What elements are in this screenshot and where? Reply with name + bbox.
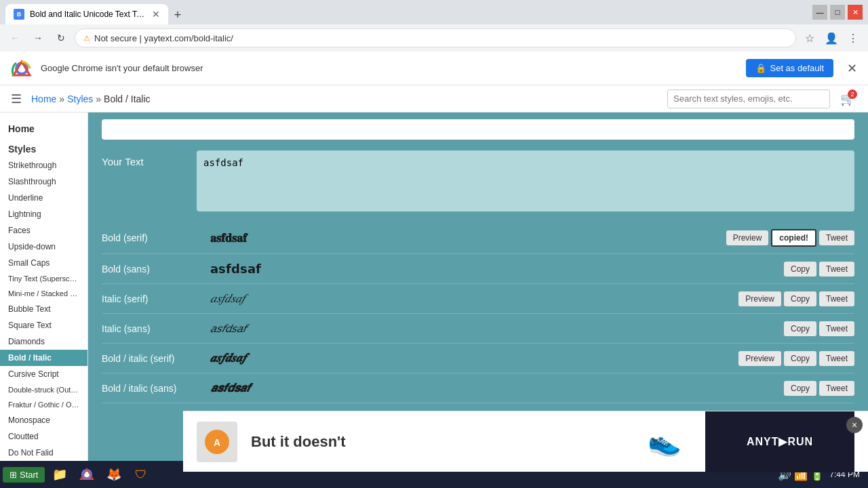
sidebar-item-fraktur[interactable]: Fraktur / Gothic / Old English [0, 397, 87, 412]
new-tab-button[interactable]: + [168, 5, 187, 24]
sidebar-item-slashthrough[interactable]: Slashthrough [0, 174, 87, 190]
copy-button-bold-serif[interactable]: copied! [771, 229, 816, 247]
start-button[interactable]: ⊞ Start [3, 467, 45, 483]
sidebar-item-minime[interactable]: Mini-me / Stacked Text [0, 286, 87, 301]
copy-button-bold-sans[interactable]: Copy [784, 262, 816, 277]
breadcrumb-separator-2: » [96, 94, 101, 104]
text-section: Your Text asfdsaf Bold (serif) 𝐚𝐬𝐟𝐝𝐬𝐚𝐟 P… [88, 140, 868, 414]
set-default-button[interactable]: 🔒 Set as default [746, 59, 834, 77]
sidebar-item-cursive[interactable]: Cursive Script [0, 366, 87, 382]
copy-button-italic-serif[interactable]: Copy [784, 291, 816, 306]
breadcrumb-styles[interactable]: Styles [67, 94, 93, 104]
your-text-row: Your Text asfdsaf [102, 150, 854, 211]
avast-logo-icon: A [203, 428, 231, 455]
sidebar-item-smallcaps[interactable]: Small Caps [0, 255, 87, 271]
svg-text:A: A [214, 437, 220, 448]
refresh-button[interactable]: ↻ [52, 28, 71, 47]
minimize-button[interactable]: — [812, 5, 827, 20]
taskbar-explorer-icon[interactable]: 📁 [47, 462, 72, 487]
your-text-label: Your Text [102, 150, 183, 167]
sidebar-item-bolditalic[interactable]: Bold / Italic [0, 350, 87, 366]
account-icon[interactable]: 👤 [822, 28, 841, 47]
tweet-button-bold-sans[interactable]: Tweet [819, 262, 854, 277]
preview-button-bold-serif[interactable]: Preview [726, 230, 769, 245]
hamburger-menu-icon[interactable]: ☰ [11, 92, 22, 106]
sidebar-section-title: Styles [0, 140, 87, 157]
close-button[interactable]: ✕ [848, 5, 863, 20]
sidebar-item-cloutted[interactable]: Cloutted [0, 428, 87, 445]
active-tab[interactable]: B Bold and Italic Unicode Text Tool - 1.… [5, 4, 168, 24]
sidebar-item-diamonds[interactable]: Diamonds [0, 333, 87, 350]
sidebar-item-underline[interactable]: Underline [0, 190, 87, 206]
style-row-bold-sans: Bold (sans) 𝗮𝘀𝗳𝗱𝘀𝗮𝗳 Copy Tweet [102, 254, 854, 284]
windows-icon: ⊞ [9, 470, 17, 480]
breadcrumb-separator-1: » [59, 94, 64, 104]
style-preview-italic-serif: 𝑎𝑠𝑓𝑑𝑠𝑎𝑓 [210, 291, 738, 306]
sidebar-item-bubbletext[interactable]: Bubble Text [0, 301, 87, 317]
ad-banner: A But it doesn't 👟 ANYT▶RUN × [183, 411, 868, 472]
tweet-button-bold-serif[interactable]: Tweet [819, 230, 854, 245]
style-name-bold-sans: Bold (sans) [102, 264, 210, 274]
sidebar: Home Styles Strikethrough Slashthrough U… [0, 113, 88, 484]
breadcrumb: Home » Styles » Bold / Italic [31, 94, 151, 104]
preview-button-bold-italic-serif[interactable]: Preview [738, 351, 781, 366]
search-input[interactable] [667, 89, 830, 108]
sidebar-item-lightning[interactable]: Lightning [0, 206, 87, 222]
security-icon: ⚠ [83, 34, 90, 43]
copy-button-bold-italic-serif[interactable]: Copy [784, 351, 816, 366]
preview-button-italic-serif[interactable]: Preview [738, 291, 781, 306]
taskbar-chrome-icon[interactable] [75, 462, 99, 487]
ad-boots-image: 👟 [648, 426, 682, 458]
style-row-bold-serif: Bold (serif) 𝐚𝐬𝐟𝐝𝐬𝐚𝐟 Preview copied! Twe… [102, 222, 854, 254]
tweet-button-bold-italic-sans[interactable]: Tweet [819, 381, 854, 396]
maximize-button[interactable]: □ [830, 5, 845, 20]
notification-close-button[interactable]: ✕ [847, 61, 857, 76]
sidebar-item-upsidedown[interactable]: Upside-down [0, 239, 87, 255]
forward-button[interactable]: → [28, 28, 47, 47]
sidebar-home[interactable]: Home [0, 118, 87, 140]
cart-badge: 2 [848, 89, 857, 99]
url-bar[interactable]: ⚠ Not secure | yaytext.com/bold-italic/ [75, 28, 796, 47]
style-actions-bold-italic-sans: Copy Tweet [784, 381, 854, 396]
taskbar-firefox-icon[interactable]: 🦊 [102, 462, 126, 487]
address-bar: ← → ↻ ⚠ Not secure | yaytext.com/bold-it… [0, 24, 868, 52]
tab-close-button[interactable]: ✕ [152, 9, 160, 19]
style-preview-bold-serif: 𝐚𝐬𝐟𝐝𝐬𝐚𝐟 [210, 231, 726, 245]
style-name-bold-italic-serif: Bold / italic (serif) [102, 353, 210, 364]
style-row-bold-italic-serif: Bold / italic (serif) 𝒂𝒔𝒇𝒅𝒔𝒂𝒇 Preview Co… [102, 344, 854, 373]
copy-button-bold-italic-sans[interactable]: Copy [784, 381, 816, 396]
set-default-label: Set as default [770, 63, 825, 73]
ad-close-button[interactable]: × [846, 417, 863, 433]
style-actions-italic-serif: Preview Copy Tweet [738, 291, 854, 306]
style-name-bold-italic-sans: Bold / italic (sans) [102, 383, 210, 394]
style-actions-italic-sans: Copy Tweet [784, 321, 854, 336]
sidebar-item-monospace[interactable]: Monospace [0, 412, 87, 428]
back-button[interactable]: ← [5, 28, 24, 47]
sidebar-item-strikethrough[interactable]: Strikethrough [0, 157, 87, 174]
taskbar-avast-icon[interactable]: 🛡 [129, 462, 153, 487]
copy-button-italic-sans[interactable]: Copy [784, 321, 816, 336]
tweet-button-bold-italic-serif[interactable]: Tweet [819, 351, 854, 366]
bookmark-icon[interactable]: ☆ [800, 28, 819, 47]
sidebar-item-tinytext[interactable]: Tiny Text (Superscript / Subscript) [0, 271, 87, 286]
browser-titlebar: B Bold and Italic Unicode Text Tool - 1.… [0, 0, 868, 24]
breadcrumb-home[interactable]: Home [31, 94, 56, 104]
ad-text: But it doesn't [251, 433, 624, 451]
sidebar-item-squaretext[interactable]: Square Text [0, 317, 87, 333]
style-preview-bold-sans: 𝗮𝘀𝗳𝗱𝘀𝗮𝗳 [210, 262, 784, 277]
sidebar-item-faces[interactable]: Faces [0, 222, 87, 239]
menu-icon[interactable]: ⋮ [844, 28, 863, 47]
notification-bar: Google Chrome isn't your default browser… [0, 52, 868, 85]
text-input[interactable]: asfdsaf [197, 150, 854, 211]
style-actions-bold-sans: Copy Tweet [784, 262, 854, 277]
style-actions-bold-serif: Preview copied! Tweet [726, 229, 854, 247]
cart-icon[interactable]: 🛒 2 [838, 89, 857, 108]
sidebar-item-donotfalid[interactable]: Do Not Falid [0, 445, 87, 461]
tab-strip: B Bold and Italic Unicode Text Tool - 1.… [5, 0, 807, 24]
tweet-button-italic-serif[interactable]: Tweet [819, 291, 854, 306]
ad-logo: A [197, 422, 237, 462]
chrome-logo-icon [11, 58, 33, 79]
style-name-italic-sans: Italic (sans) [102, 323, 210, 334]
sidebar-item-doublestruck[interactable]: Double-struck (Outline) [0, 382, 87, 397]
tweet-button-italic-sans[interactable]: Tweet [819, 321, 854, 336]
